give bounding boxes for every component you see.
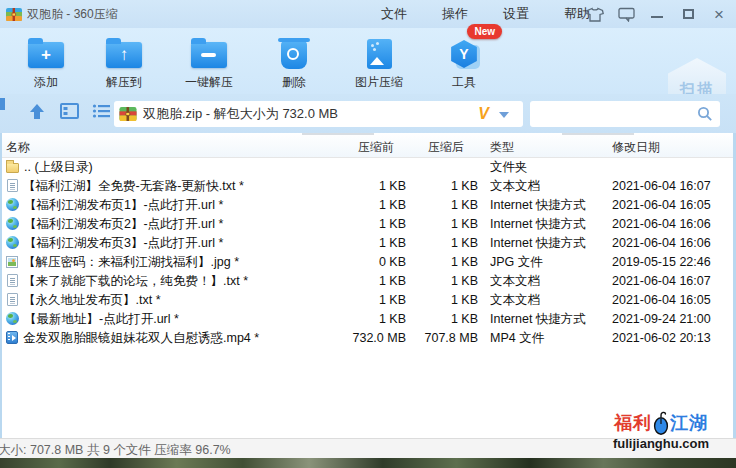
view-mode-icon[interactable]	[60, 103, 80, 121]
one-click-extract-button[interactable]: 一键解压	[170, 28, 248, 94]
file-name-cell: 【解压密码：来福利江湖找福利】.jpg *	[6, 253, 340, 272]
file-name: 【解压密码：来福利江湖找福利】.jpg *	[23, 255, 239, 269]
maximize-button[interactable]	[677, 3, 699, 25]
clipped-edge-icon	[0, 98, 5, 110]
toolbar: + 添加 ↑ 解压到 一键解压 删除 图片压缩 Y 工具 New 扫描	[0, 28, 736, 94]
tools-button[interactable]: Y 工具 New	[432, 28, 496, 94]
skin-theme-icon[interactable]	[584, 3, 606, 25]
address-bar: 双胞胎.zip - 解包大小为 732.0 MB V	[0, 94, 736, 133]
size-before-cell: 1 KB	[342, 215, 406, 234]
date-modified-cell: 2021-06-04 16:05	[612, 291, 734, 310]
file-name: 【福利江湖发布页3】-点此打开.url *	[24, 236, 223, 250]
one-click-extract-label: 一键解压	[170, 74, 248, 91]
table-row[interactable]: 【福利江湖发布页2】-点此打开.url *1 KB1 KBInternet 快捷…	[2, 215, 733, 234]
folder-extract-icon: ↑	[104, 35, 144, 71]
menu-file[interactable]: 文件	[372, 5, 416, 23]
date-modified-cell: 2019-05-15 22:46	[612, 253, 734, 272]
zip-file-icon	[119, 106, 137, 122]
file-type-cell: 文本文档	[490, 272, 608, 291]
archive-path-field[interactable]: 双胞胎.zip - 解包大小为 732.0 MB V	[114, 101, 523, 127]
file-name: 【福利江湖】全免费-无套路-更新快.txt *	[23, 179, 244, 193]
image-compress-button[interactable]: 图片压缩	[340, 28, 418, 94]
file-name: 【福利江湖发布页2】-点此打开.url *	[24, 217, 223, 231]
file-name-cell: 【福利江湖】全免费-无套路-更新快.txt *	[6, 177, 340, 196]
search-icon[interactable]	[697, 106, 713, 122]
file-name: 【最新地址】-点此打开.url *	[24, 312, 179, 326]
column-header-date[interactable]: 修改日期	[612, 139, 734, 156]
desktop-background-strip	[0, 458, 736, 468]
folder-file-icon	[6, 163, 19, 173]
table-row[interactable]: 【最新地址】-点此打开.url *1 KB1 KBInternet 快捷方式20…	[2, 310, 733, 329]
file-type-cell: Internet 快捷方式	[490, 234, 608, 253]
trash-icon	[274, 35, 314, 71]
table-row[interactable]: 【来了就能下载的论坛，纯免费！】.txt *1 KB1 KB文本文档2021-0…	[2, 272, 733, 291]
file-name-cell: 【来了就能下载的论坛，纯免费！】.txt *	[6, 272, 340, 291]
file-type-cell: Internet 快捷方式	[490, 196, 608, 215]
extract-to-label: 解压到	[92, 74, 156, 91]
table-row[interactable]: 金发双胞胎眼镜姐妹花双人自慰诱惑.mp4 *732.0 MB707.8 MBMP…	[2, 329, 733, 348]
file-name-cell: 【最新地址】-点此打开.url *	[6, 310, 340, 329]
up-directory-icon[interactable]	[28, 103, 48, 121]
table-row[interactable]: 【福利江湖发布页3】-点此打开.url *1 KB1 KBInternet 快捷…	[2, 234, 733, 253]
file-name-cell: 【永久地址发布页】.txt *	[6, 291, 340, 310]
table-row[interactable]: 【福利江湖发布页1】-点此打开.url *1 KB1 KBInternet 快捷…	[2, 196, 733, 215]
size-after-cell: 1 KB	[410, 253, 478, 272]
file-type-cell: JPG 文件	[490, 253, 608, 272]
column-header-type[interactable]: 类型	[490, 139, 608, 156]
feedback-icon[interactable]	[615, 3, 637, 25]
size-after-cell: 1 KB	[410, 196, 478, 215]
size-after-cell	[410, 158, 478, 177]
column-header-name[interactable]: 名称	[6, 139, 340, 156]
txt-file-icon	[7, 274, 18, 287]
menu-settings[interactable]: 设置	[494, 5, 538, 23]
table-header: 名称 压缩前 压缩后 类型 修改日期	[2, 133, 733, 158]
minimize-button[interactable]	[646, 3, 668, 25]
image-compress-label: 图片压缩	[340, 74, 418, 91]
file-type-cell: MP4 文件	[490, 329, 608, 348]
txt-file-icon	[7, 293, 18, 306]
add-label: 添加	[14, 74, 78, 91]
table-row[interactable]: 【解压密码：来福利江湖找福利】.jpg *0 KB1 KBJPG 文件2019-…	[2, 253, 733, 272]
date-modified-cell: 2021-06-04 16:05	[612, 196, 734, 215]
close-button[interactable]: ×	[708, 3, 730, 25]
file-type-cell: 文本文档	[490, 291, 608, 310]
column-header-after[interactable]: 压缩后	[410, 139, 478, 156]
table-row[interactable]: 【永久地址发布页】.txt *1 KB1 KB文本文档2021-06-04 16…	[2, 291, 733, 310]
file-name: 金发双胞胎眼镜姐妹花双人自慰诱惑.mp4 *	[23, 331, 259, 345]
folder-add-icon: +	[26, 35, 66, 71]
delete-button[interactable]: 删除	[262, 28, 326, 94]
date-modified-cell: 2021-06-04 16:06	[612, 215, 734, 234]
date-modified-cell: 2021-06-04 16:06	[612, 234, 734, 253]
column-header-before[interactable]: 压缩前	[342, 139, 406, 156]
mp4-file-icon	[6, 331, 18, 344]
path-dropdown-arrow-icon[interactable]	[499, 112, 509, 118]
date-modified-cell: 2021-06-04 16:07	[612, 177, 734, 196]
mouse-logo-icon	[653, 411, 669, 435]
menu-operation[interactable]: 操作	[433, 5, 477, 23]
file-list: .. (上级目录)文件夹【福利江湖】全免费-无套路-更新快.txt *1 KB1…	[2, 158, 733, 348]
extract-to-button[interactable]: ↑ 解压到	[92, 28, 156, 94]
search-input[interactable]	[536, 101, 691, 127]
file-name-cell: 【福利江湖发布页2】-点此打开.url *	[6, 215, 340, 234]
date-modified-cell: 2021-06-04 16:07	[612, 272, 734, 291]
file-name: 【来了就能下载的论坛，纯免费！】.txt *	[23, 274, 248, 288]
fulijianghu-watermark: 福利 江湖 fulijianghu.com	[591, 411, 731, 451]
url-file-icon	[6, 217, 19, 230]
table-row[interactable]: .. (上级目录)文件夹	[2, 158, 733, 177]
add-button[interactable]: + 添加	[14, 28, 78, 94]
archive-path-text: 双胞胎.zip - 解包大小为 732.0 MB	[143, 105, 338, 123]
watermark-domain: fulijianghu.com	[591, 436, 731, 451]
app-window: 双胞胎 - 360压缩 文件 操作 设置 帮助 × + 添加 ↑ 解压到	[0, 0, 736, 468]
size-after-cell: 1 KB	[410, 291, 478, 310]
title-bar: 双胞胎 - 360压缩 文件 操作 设置 帮助 ×	[0, 0, 736, 28]
size-before-cell: 1 KB	[342, 177, 406, 196]
file-type-cell: 文本文档	[490, 177, 608, 196]
date-modified-cell: 2021-09-24 21:00	[612, 310, 734, 329]
tools-label: 工具	[432, 74, 496, 91]
size-after-cell: 1 KB	[410, 234, 478, 253]
list-view-icon[interactable]	[92, 103, 112, 121]
size-before-cell: 0 KB	[342, 253, 406, 272]
folder-oneclick-icon	[189, 35, 229, 71]
table-row[interactable]: 【福利江湖】全免费-无套路-更新快.txt *1 KB1 KB文本文档2021-…	[2, 177, 733, 196]
search-box	[530, 101, 720, 127]
